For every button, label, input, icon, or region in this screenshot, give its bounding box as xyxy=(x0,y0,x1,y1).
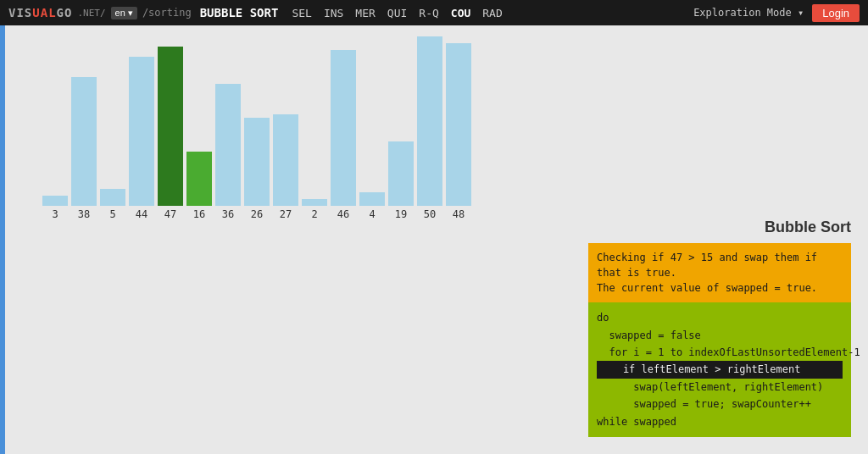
algo-nav: SEL INS MER QUI R-Q COU RAD xyxy=(292,7,502,19)
bar-label: 26 xyxy=(251,208,263,220)
bar-label: 48 xyxy=(453,208,465,220)
sorting-link[interactable]: /sorting xyxy=(142,7,192,19)
bar-wrapper: 26 xyxy=(244,118,270,220)
bar-label: 50 xyxy=(424,208,436,220)
bar-label: 5 xyxy=(109,208,115,220)
code-line: swapped = true; swapCounter++ xyxy=(597,396,843,412)
bar xyxy=(215,84,241,206)
logo: VISUALGO xyxy=(8,6,72,19)
bar xyxy=(446,43,471,206)
bar xyxy=(129,57,154,206)
code-box: do swapped = false for i = 1 to indexOfL… xyxy=(588,302,851,437)
bar xyxy=(186,152,212,206)
bar-label: 44 xyxy=(136,208,147,220)
bar xyxy=(71,77,97,206)
bars-container: 33854447163626272464195048 xyxy=(25,51,843,220)
bar-label: 2 xyxy=(311,208,317,220)
bar xyxy=(331,50,356,206)
bar-wrapper: 2 xyxy=(302,199,327,220)
bar-wrapper: 46 xyxy=(331,50,356,220)
bar-label: 3 xyxy=(52,208,58,220)
bar-wrapper: 3 xyxy=(42,196,68,220)
nav-rad[interactable]: RAD xyxy=(482,7,502,19)
status-line2: The current value of swapped = true. xyxy=(597,282,817,294)
nav-ins[interactable]: INS xyxy=(324,7,343,19)
bar xyxy=(42,196,68,206)
bar-label: 19 xyxy=(395,208,407,220)
bar-label: 36 xyxy=(222,208,234,220)
bar-wrapper: 44 xyxy=(129,57,154,220)
bar-label: 27 xyxy=(280,208,292,220)
chart-area: 33854447163626272464195048 Bubble Sort C… xyxy=(0,25,868,454)
code-line: if leftElement > rightElement xyxy=(597,361,843,378)
bar-wrapper: 38 xyxy=(71,77,97,220)
bar-wrapper: 4 xyxy=(359,192,385,220)
panel-title: Bubble Sort xyxy=(588,219,851,236)
bar-wrapper: 36 xyxy=(215,84,241,220)
bar-label: 46 xyxy=(337,208,349,220)
bar-wrapper: 48 xyxy=(446,43,471,220)
code-line: swap(leftElement, rightElement) xyxy=(597,379,843,396)
code-line: while swapped xyxy=(597,413,843,430)
header-right: Exploration Mode ▾ Login xyxy=(693,4,860,22)
exploration-mode-button[interactable]: Exploration Mode ▾ xyxy=(693,7,804,19)
logo-net: .NET/ xyxy=(77,8,105,19)
bar xyxy=(417,36,442,206)
bar xyxy=(273,114,298,206)
code-line: do xyxy=(597,309,843,326)
nav-sel[interactable]: SEL xyxy=(292,7,311,19)
bar-label: 38 xyxy=(78,208,90,220)
bar-wrapper: 5 xyxy=(100,189,125,220)
nav-mer[interactable]: MER xyxy=(355,7,375,19)
main-area: 33854447163626272464195048 Bubble Sort C… xyxy=(0,25,868,454)
language-button[interactable]: en ▾ xyxy=(111,7,137,19)
login-button[interactable]: Login xyxy=(812,4,860,22)
bar-wrapper: 50 xyxy=(417,36,442,220)
bar xyxy=(158,47,183,206)
status-line1: Checking if 47 > 15 and swap them if tha… xyxy=(597,252,817,279)
bar-label: 16 xyxy=(193,208,205,220)
status-box: Checking if 47 > 15 and swap them if tha… xyxy=(588,243,851,302)
nav-rq[interactable]: R-Q xyxy=(419,7,438,19)
bar-wrapper: 16 xyxy=(186,152,212,220)
nav-qui[interactable]: QUI xyxy=(387,7,407,19)
bar xyxy=(244,118,270,206)
bar-wrapper: 47 xyxy=(158,47,183,220)
bar-wrapper: 27 xyxy=(273,114,298,220)
bar-wrapper: 19 xyxy=(388,141,414,220)
nav-cou[interactable]: COU xyxy=(451,7,470,19)
bar xyxy=(359,192,385,206)
bar xyxy=(302,199,327,206)
header: VISUALGO .NET/ en ▾ /sorting BUBBLE SORT… xyxy=(0,0,868,25)
code-line: for i = 1 to indexOfLastUnsortedElement-… xyxy=(597,344,843,361)
bar-label: 47 xyxy=(164,208,176,220)
bar-label: 4 xyxy=(369,208,375,220)
code-line: swapped = false xyxy=(597,327,843,344)
algo-title: BUBBLE SORT xyxy=(200,6,279,19)
bar xyxy=(388,141,414,206)
bar xyxy=(100,189,125,206)
info-panel: Bubble Sort Checking if 47 > 15 and swap… xyxy=(588,219,851,437)
